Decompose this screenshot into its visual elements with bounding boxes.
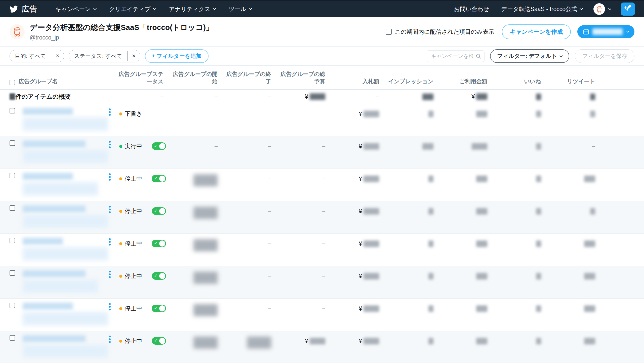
add-filter-button[interactable]: + フィルターを追加 <box>145 49 209 63</box>
row-menu-button[interactable] <box>109 336 111 344</box>
column-header-name[interactable]: 広告グループ名 <box>0 66 115 89</box>
cell-value-start <box>193 338 218 349</box>
status-toggle[interactable] <box>152 175 166 182</box>
nav-item-campaigns[interactable]: キャンペーン <box>55 5 96 13</box>
cell-status: 停止中 <box>115 299 169 331</box>
nav-account-menu[interactable]: データ転送SaaS - trocco公式 <box>501 5 582 13</box>
row-menu-button[interactable] <box>109 206 111 214</box>
close-icon[interactable]: × <box>127 51 140 61</box>
kebab-dot-icon <box>109 341 111 343</box>
status-label: 停止中 <box>125 305 142 312</box>
row-menu-button[interactable] <box>109 108 111 117</box>
cell-name <box>0 331 115 363</box>
column-header-status[interactable]: 広告グループステータス <box>115 66 169 89</box>
cell-value-amount <box>472 143 487 150</box>
row-checkbox[interactable] <box>10 205 15 211</box>
redacted-value <box>476 273 487 279</box>
filter-preset-button[interactable]: フィルター: デフォルト <box>490 49 569 63</box>
row-checkbox[interactable] <box>10 238 15 243</box>
kebab-dot-icon <box>109 141 111 143</box>
nav-item-tools[interactable]: ツール <box>229 5 252 13</box>
cell-end: – <box>223 266 277 298</box>
create-campaign-button[interactable]: キャンペーンを作成 <box>502 24 571 39</box>
close-icon[interactable]: × <box>51 51 64 61</box>
redacted-name-line <box>23 345 108 358</box>
chevron-down-icon[interactable] <box>608 7 611 10</box>
column-header-label: 広告グループの総予算 <box>279 70 325 85</box>
column-header-bid[interactable]: 入札額 <box>331 66 385 89</box>
ad-group-name-redacted[interactable] <box>23 173 102 195</box>
cell-likes <box>493 299 547 331</box>
cell-amount <box>439 201 493 233</box>
status-toggle[interactable] <box>152 207 166 215</box>
nav-item-analytics[interactable]: アナリティクス <box>169 5 216 13</box>
cell-name <box>0 136 115 169</box>
column-header-impressions[interactable]: インプレッション <box>385 66 439 89</box>
row-checkbox[interactable] <box>10 173 15 178</box>
column-header-amount[interactable]: ご利用金額 <box>439 66 493 89</box>
cell-end: – <box>223 169 277 201</box>
delivered-only-checkbox[interactable] <box>386 29 392 35</box>
cell-spacer <box>601 331 644 363</box>
filter-chip-label[interactable]: ステータス: すべて <box>69 50 127 62</box>
row-checkbox[interactable] <box>10 303 15 308</box>
status-toggle[interactable] <box>152 337 166 345</box>
status-toggle[interactable] <box>152 142 166 150</box>
cell-value-bid: ¥ <box>359 338 379 345</box>
column-header-end[interactable]: 広告グループの終了 <box>223 66 277 89</box>
cell-value-budget: – <box>322 305 325 312</box>
ad-group-name-redacted[interactable] <box>23 238 102 260</box>
cell-value-end: – <box>268 305 271 312</box>
column-header-label: いいね <box>524 78 541 85</box>
ad-group-name-redacted[interactable] <box>23 205 102 228</box>
compose-tweet-button[interactable] <box>621 3 635 16</box>
filter-chip-label[interactable]: 目的: すべて <box>10 50 51 62</box>
status-toggle[interactable] <box>152 240 166 247</box>
row-menu-button[interactable] <box>109 238 111 247</box>
twitter-bird-icon[interactable] <box>9 5 18 14</box>
ad-group-name-redacted[interactable] <box>23 140 102 163</box>
column-header-budget[interactable]: 広告グループの総予算 <box>277 66 331 89</box>
status-dot-icon <box>119 210 122 213</box>
table-row: 下書き–––¥ <box>0 104 644 136</box>
account-avatar[interactable] <box>10 24 25 39</box>
redacted-value <box>476 240 487 247</box>
row-checkbox[interactable] <box>10 140 15 146</box>
status-toggle[interactable] <box>152 272 166 280</box>
cell-impressions <box>385 136 439 169</box>
row-menu-button[interactable] <box>109 173 111 182</box>
ad-group-name-redacted[interactable] <box>23 303 102 325</box>
nav-item-creatives[interactable]: クリエイティブ <box>109 5 156 13</box>
column-header-start[interactable]: 広告グループの開始 <box>169 66 223 89</box>
nav-item-contact[interactable]: お問い合わせ <box>454 5 489 13</box>
row-checkbox[interactable] <box>10 270 15 276</box>
date-range-button[interactable] <box>577 25 634 38</box>
column-header-retweets[interactable]: リツイート <box>547 66 601 89</box>
cell-likes <box>493 331 547 363</box>
cell-status: 停止中 <box>115 331 169 363</box>
select-all-checkbox[interactable] <box>10 80 15 85</box>
redacted-value <box>247 337 271 349</box>
chevron-down-icon <box>153 7 156 10</box>
redacted-value <box>364 240 379 247</box>
redacted-value <box>193 337 218 349</box>
filter-chip-objective: 目的: すべて × <box>10 50 64 62</box>
toggle-knob <box>159 176 165 182</box>
avatar[interactable] <box>593 3 605 15</box>
ad-group-name-redacted[interactable] <box>23 335 102 358</box>
brand-label[interactable]: 広告 <box>22 4 37 14</box>
cell-value-bid: ¥ <box>359 273 379 280</box>
cell-start <box>169 201 223 233</box>
status-toggle[interactable] <box>152 305 166 312</box>
column-header-label: インプレッション <box>388 78 433 85</box>
row-menu-button[interactable] <box>109 271 111 279</box>
row-checkbox[interactable] <box>10 335 15 341</box>
column-header-likes[interactable]: いいね <box>493 66 547 89</box>
ad-group-name-redacted[interactable] <box>23 270 102 293</box>
status-indicator: 停止中 <box>119 305 142 312</box>
row-menu-button[interactable] <box>109 303 111 311</box>
row-checkbox[interactable] <box>10 108 15 113</box>
save-filter-button[interactable]: フィルターを保存 <box>575 49 634 63</box>
row-menu-button[interactable] <box>109 141 111 149</box>
ad-group-name-redacted[interactable] <box>23 108 102 131</box>
